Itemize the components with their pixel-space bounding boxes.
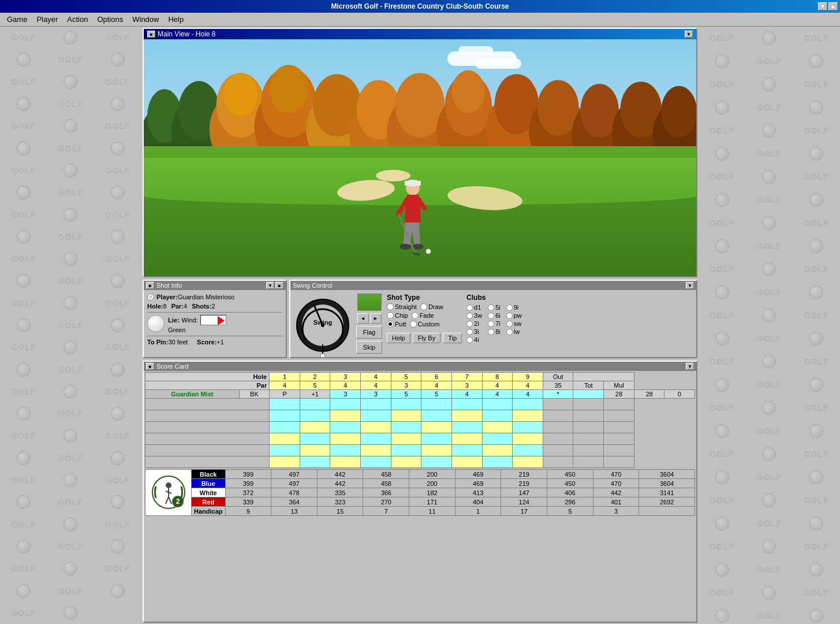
maximize-button[interactable]: ▲ [828, 2, 838, 10]
score-8: * [543, 390, 573, 399]
menu-action[interactable]: Action [62, 14, 92, 25]
menu-game[interactable]: Game [2, 14, 32, 25]
club-sw-label: sw [514, 320, 521, 327]
player-bk: BK [239, 390, 270, 399]
svg-line-62 [166, 497, 169, 504]
svg-point-47 [400, 244, 411, 250]
score-6: 4 [482, 390, 513, 399]
club-8i-item[interactable]: 8i [488, 328, 501, 335]
menu-player[interactable]: Player [32, 14, 62, 25]
score-1: 3 [330, 390, 361, 399]
score-4: 5 [421, 390, 452, 399]
swing-control-content: Swing ◄ ► Flag Skip [290, 290, 696, 357]
course-thumbnail[interactable] [357, 294, 382, 311]
white-h7: 147 [501, 488, 547, 497]
score-card-dropdown[interactable]: ▼ [686, 363, 694, 370]
radio-draw[interactable]: Draw [420, 303, 443, 310]
blue-h5: 200 [409, 479, 456, 488]
black-h8: 450 [547, 470, 593, 479]
score-mul: 0 [664, 390, 695, 399]
club-8i-radio [488, 329, 494, 335]
club-sw-item[interactable]: sw [506, 320, 522, 327]
help-button[interactable]: Help [387, 333, 410, 343]
radio-straight[interactable]: Straight [387, 303, 417, 310]
svg-point-57 [320, 354, 325, 357]
par-row: Par 4 5 4 4 3 4 3 4 4 35 Tot Mul [145, 381, 695, 390]
skip-button[interactable]: Skip [356, 341, 382, 354]
club-5i-item[interactable]: 5i [488, 304, 501, 311]
club-4i-item[interactable]: 4i [466, 336, 482, 343]
radio-putt-label: Putt [395, 321, 406, 328]
menu-window[interactable]: Window [128, 14, 163, 25]
score-card-title: Score Card [156, 363, 189, 370]
lie-label: Lie: [168, 317, 180, 324]
clubs-area: Clubs d1 5i [466, 294, 522, 354]
empty-row-1 [145, 399, 695, 410]
radio-putt[interactable]: Putt [387, 321, 406, 328]
club-3i-item[interactable]: 3i [466, 328, 482, 335]
swing-meter[interactable]: Swing [294, 294, 352, 351]
white-h2: 478 [271, 488, 318, 497]
radio-chip[interactable]: Chip [387, 312, 408, 319]
hcp-out [639, 507, 695, 516]
menu-help[interactable]: Help [163, 14, 188, 25]
par-4: 4 [361, 381, 391, 390]
club-2i-radio [466, 321, 473, 327]
radio-custom[interactable]: Custom [410, 321, 440, 328]
player-plus1: +1 [300, 390, 330, 399]
club-3w-item[interactable]: 3w [466, 312, 482, 319]
main-view-minimize[interactable]: ■ [147, 31, 155, 38]
score-card-minimize[interactable]: ■ [146, 363, 154, 370]
shots-label: Shots: [192, 303, 211, 310]
par-mul-label: Mul [604, 381, 634, 390]
club-2i-item[interactable]: 2i [466, 320, 482, 327]
player-score-name: Guardian Mist [145, 390, 240, 399]
score-table: Hole 1 2 3 4 5 6 7 8 9 Out [145, 372, 695, 468]
club-9i-item[interactable]: 9i [506, 304, 522, 311]
svg-rect-44 [405, 181, 421, 185]
club-pw-item[interactable]: pw [506, 312, 522, 319]
black-h4: 458 [363, 470, 409, 479]
menu-bar: Game Player Action Options Window Help [0, 13, 840, 27]
par-label: Par: [171, 303, 184, 310]
empty-row-3 [145, 422, 695, 433]
svg-point-40 [661, 86, 696, 137]
radio-fade[interactable]: Fade [412, 312, 434, 319]
empty-row-5 [145, 445, 695, 456]
shot-info-btn2[interactable]: ■ [275, 282, 283, 289]
swing-label: Swing [313, 319, 332, 326]
lie-wind-row: Lie: Wind: Green [147, 315, 282, 333]
club-lw-item[interactable]: lw [506, 328, 522, 335]
blue-h3: 442 [317, 479, 363, 488]
nav-prev[interactable]: ◄ [357, 313, 369, 324]
clubs-title: Clubs [466, 294, 522, 302]
middle-panels-row: ■ Shot Info ▼ ■ Player: G [141, 278, 699, 359]
flyby-button[interactable]: Fly By [413, 333, 441, 343]
shot-type-area: Shot Type Straight Draw [387, 294, 462, 354]
club-7i-item[interactable]: 7i [488, 320, 501, 327]
swing-control-title-bar: Swing Control ▼ [290, 281, 696, 290]
radio-custom-circle [410, 321, 417, 328]
club-d1-item[interactable]: d1 [466, 304, 482, 311]
shot-info-minimize[interactable]: ■ [146, 282, 154, 289]
shot-info-btn1[interactable]: ▼ [266, 282, 274, 289]
flag-button[interactable]: Flag [356, 326, 382, 339]
score-card-panel: ■ Score Card ▼ Hole 1 2 3 4 5 [143, 361, 697, 623]
white-out: 3141 [639, 488, 695, 497]
app-title: Microsoft Golf - Firestone Country Club-… [331, 2, 509, 10]
tip-button[interactable]: Tip [443, 333, 462, 343]
club-6i-item[interactable]: 6i [488, 312, 501, 319]
score-value: +1 [216, 339, 224, 346]
course-logo-svg: 2 [151, 475, 186, 510]
nav-next[interactable]: ► [370, 313, 382, 324]
club-3i-label: 3i [474, 328, 479, 335]
main-view-dropdown[interactable]: ▼ [685, 31, 693, 38]
swing-control-dropdown[interactable]: ▼ [686, 282, 694, 289]
red-h5: 171 [409, 497, 456, 507]
topin-value: 30 feet [168, 339, 188, 346]
menu-options[interactable]: Options [92, 14, 128, 25]
par-2: 5 [300, 381, 330, 390]
golf-course-view[interactable] [144, 39, 696, 276]
club-7i-label: 7i [495, 320, 501, 327]
minimize-button[interactable]: ▼ [818, 2, 827, 10]
